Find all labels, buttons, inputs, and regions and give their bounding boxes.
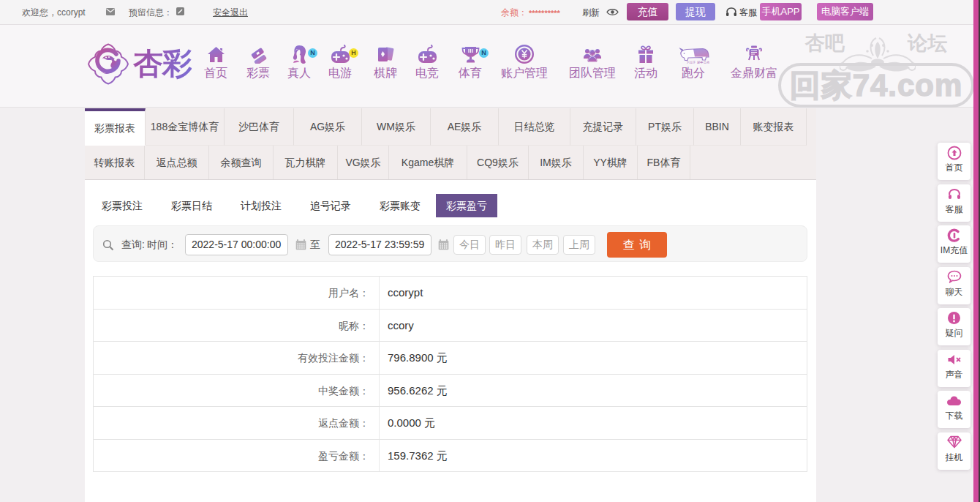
svg-text:之以正 犀牛工作室: 之以正 犀牛工作室	[686, 60, 709, 64]
